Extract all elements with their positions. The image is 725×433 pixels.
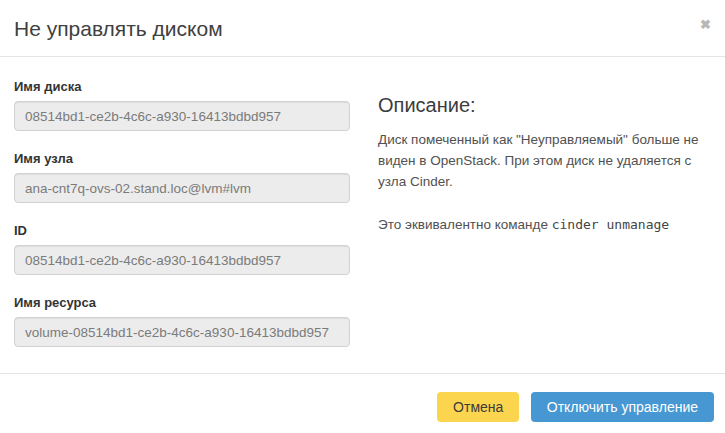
description-text: Диск помеченный как "Неуправляемый" боль… — [378, 130, 711, 193]
field-host-name: Имя узла — [14, 151, 350, 203]
cinder-unmanage-command: cinder unmanage — [552, 217, 669, 232]
command-prefix: Это эквивалентно команде — [378, 217, 552, 232]
volume-form: Имя диска Имя узла ID Имя ресурса — [14, 79, 350, 373]
disk-name-input — [14, 101, 350, 131]
cancel-button[interactable]: Отмена — [437, 392, 519, 422]
dialog-title: Не управлять диском — [14, 15, 711, 43]
id-input — [14, 245, 350, 275]
close-icon[interactable]: ✖ — [698, 16, 713, 34]
host-name-label: Имя узла — [14, 151, 350, 166]
host-name-input — [14, 173, 350, 203]
unmanage-submit-button[interactable]: Отключить управление — [531, 392, 714, 422]
dialog-footer: Отмена Отключить управление — [0, 373, 725, 433]
unmanage-volume-dialog: Не управлять диском ✖ Имя диска Имя узла… — [0, 0, 725, 433]
resource-name-input — [14, 317, 350, 347]
field-disk-name: Имя диска — [14, 79, 350, 131]
description-panel: Описание: Диск помеченный как "Неуправля… — [378, 79, 711, 373]
field-id: ID — [14, 223, 350, 275]
description-heading: Описание: — [378, 93, 711, 117]
dialog-body: Имя диска Имя узла ID Имя ресурса Описан… — [0, 57, 725, 373]
disk-name-label: Имя диска — [14, 79, 350, 94]
id-label: ID — [14, 223, 350, 238]
resource-name-label: Имя ресурса — [14, 295, 350, 310]
description-command-line: Это эквивалентно команде cinder unmanage — [378, 215, 711, 236]
field-resource-name: Имя ресурса — [14, 295, 350, 347]
dialog-header: Не управлять диском ✖ — [0, 0, 725, 57]
